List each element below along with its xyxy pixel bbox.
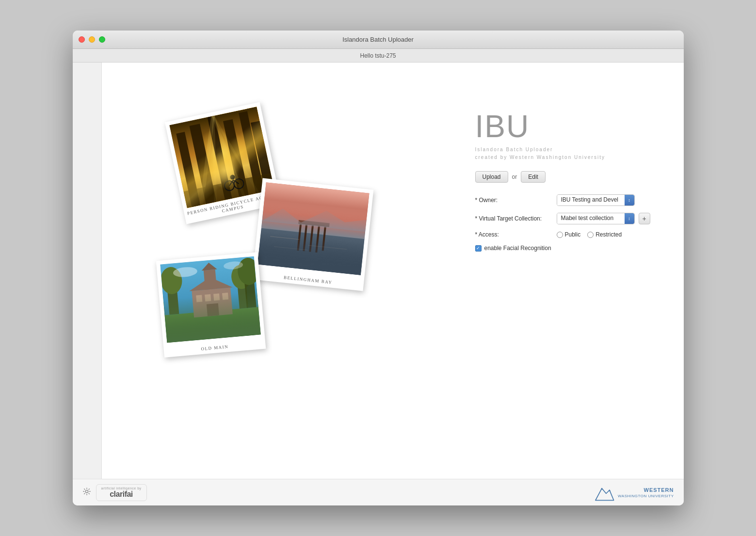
western-logo: WESTERN WASHINGTON UNIVERSITY	[593, 484, 674, 501]
ibu-tagline: Islandora Batch Uploader created by West…	[475, 146, 655, 161]
svg-rect-38	[192, 287, 232, 317]
polaroid-building-caption: Old Main	[163, 341, 265, 355]
svg-line-9	[198, 116, 231, 202]
owner-label: * Owner:	[475, 197, 553, 204]
owner-value: IBU Testing and Devel	[557, 195, 625, 205]
close-button[interactable]	[79, 36, 85, 43]
clarifai-branding: artificial intelligence by clarifai	[96, 484, 147, 501]
access-label: * Access:	[475, 231, 553, 238]
svg-rect-46	[206, 303, 219, 316]
app-window: Islandora Batch Uploader Hello tstu-275	[73, 31, 684, 505]
svg-rect-5	[223, 119, 249, 197]
virtual-target-value: Mabel test collection	[557, 213, 625, 224]
svg-point-13	[224, 180, 235, 191]
footer: artificial intelligence by clarifai WEST…	[73, 479, 684, 505]
minimize-button[interactable]	[89, 36, 95, 43]
ibu-logo: IBU	[475, 111, 655, 142]
greeting-text: Hello tstu-275	[360, 52, 396, 59]
right-panel: IBU Islandora Batch Uploader created by …	[475, 111, 655, 252]
svg-rect-31	[164, 307, 260, 343]
svg-rect-20	[298, 220, 329, 227]
ibu-tagline-line1: Islandora Batch Uploader	[475, 147, 553, 152]
svg-rect-0	[169, 107, 274, 208]
facial-recognition-label: enable Facial Recognition	[484, 245, 551, 252]
svg-rect-45	[222, 293, 228, 300]
western-text-group: WESTERN WASHINGTON UNIVERSITY	[618, 487, 674, 498]
polaroid-building: Old Main	[156, 252, 266, 358]
svg-rect-1	[169, 107, 274, 208]
owner-select[interactable]: IBU Testing and Devel ↕	[557, 194, 635, 206]
window-title: Islandora Batch Uploader	[342, 36, 414, 43]
main-area: Person Riding Bicycle Across Campus	[102, 63, 684, 479]
facial-recognition-row: enable Facial Recognition	[475, 245, 655, 252]
svg-line-28	[308, 245, 347, 249]
access-row: * Access: Public Restricted	[475, 231, 655, 238]
virtual-target-dropdown-arrow[interactable]: ↕	[625, 213, 634, 224]
access-radio-group: Public Restricted	[557, 231, 622, 238]
ibu-tagline-line2: created by Western Washington University	[475, 155, 605, 160]
svg-rect-43	[205, 294, 211, 301]
clarifai-small-text: artificial intelligence by	[101, 487, 142, 490]
title-bar: Islandora Batch Uploader	[73, 31, 684, 49]
photo-bicycle-image	[169, 107, 274, 208]
western-name: WESTERN	[618, 487, 674, 493]
svg-line-10	[213, 113, 244, 199]
svg-rect-4	[207, 116, 232, 200]
settings-icon[interactable]	[82, 487, 91, 498]
svg-rect-44	[213, 293, 220, 300]
svg-point-49	[85, 490, 88, 492]
traffic-lights	[79, 36, 105, 43]
virtual-target-select[interactable]: Mabel test collection ↕	[557, 213, 635, 224]
svg-rect-40	[203, 269, 216, 290]
svg-line-8	[183, 116, 230, 205]
sub-bar: Hello tstu-275	[73, 49, 684, 63]
virtual-target-row: * Virtual Target Collection: Mabel test …	[475, 213, 655, 224]
access-public-option[interactable]: Public	[557, 231, 581, 238]
edit-button[interactable]: Edit	[521, 171, 546, 183]
svg-marker-50	[595, 488, 614, 500]
svg-rect-6	[239, 111, 264, 193]
add-collection-button[interactable]: +	[639, 213, 650, 224]
svg-rect-18	[257, 182, 369, 275]
svg-rect-3	[189, 124, 216, 204]
photo-bay-image	[257, 182, 369, 275]
access-restricted-option[interactable]: Restricted	[587, 231, 622, 238]
svg-point-14	[233, 178, 244, 189]
photos-area: Person Riding Bicycle Across Campus	[126, 92, 398, 363]
access-public-label: Public	[565, 231, 581, 238]
content-area: Person Riding Bicycle Across Campus	[73, 63, 684, 479]
svg-line-27	[270, 236, 299, 239]
svg-line-16	[233, 179, 239, 185]
svg-point-17	[229, 174, 235, 180]
clarifai-logo: clarifai	[110, 490, 133, 499]
owner-row: * Owner: IBU Testing and Devel ↕	[475, 194, 655, 206]
svg-rect-42	[196, 295, 202, 302]
polaroid-bay: Bellingham Bay	[252, 178, 373, 291]
facial-recognition-checkbox[interactable]	[475, 245, 482, 252]
svg-line-29	[273, 247, 307, 250]
upload-button[interactable]: Upload	[475, 171, 508, 183]
western-subtitle: WASHINGTON UNIVERSITY	[618, 494, 674, 498]
photo-building-image	[160, 256, 260, 343]
form-section: * Owner: IBU Testing and Devel ↕ * Virtu…	[475, 194, 655, 252]
maximize-button[interactable]	[99, 36, 105, 43]
svg-line-11	[213, 110, 258, 199]
svg-rect-2	[176, 132, 200, 207]
svg-line-15	[228, 180, 234, 186]
sidebar-strip	[73, 63, 102, 479]
access-restricted-radio[interactable]	[587, 232, 594, 238]
virtual-target-label: * Virtual Target Collection:	[475, 215, 553, 222]
access-public-radio[interactable]	[557, 232, 563, 238]
footer-left: artificial intelligence by clarifai	[82, 484, 147, 501]
owner-dropdown-arrow[interactable]: ↕	[625, 195, 634, 205]
access-restricted-label: Restricted	[595, 231, 622, 238]
polaroid-bay-caption: Bellingham Bay	[252, 271, 364, 288]
action-row: Upload or Edit	[475, 171, 655, 183]
or-text: or	[512, 173, 517, 180]
